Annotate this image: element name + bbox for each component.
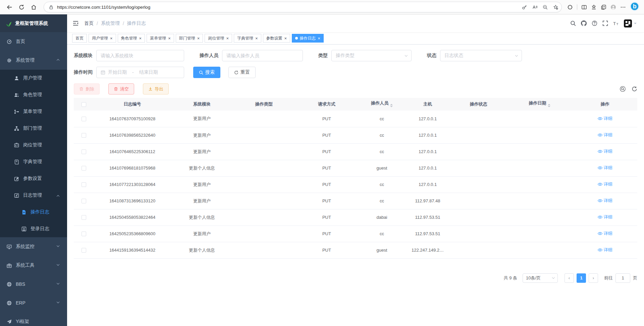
col-operator[interactable]: 操作人员 [359, 98, 405, 111]
favorites-icon[interactable] [591, 4, 597, 10]
sidebar-item-param-settings[interactable]: 参数设置 [0, 170, 67, 187]
sidebar-item-log-mgmt[interactable]: 日志管理 [0, 187, 67, 204]
clear-button[interactable]: 清空 [108, 83, 134, 94]
more-options-icon[interactable] [620, 4, 626, 10]
row-checkbox[interactable] [82, 215, 86, 220]
goto-page-input[interactable] [615, 273, 630, 283]
sidebar-item-post-mgmt[interactable]: 岗位管理 [0, 137, 67, 153]
sidebar-item-system-mgmt[interactable]: 系统管理 [0, 51, 67, 70]
sidebar-item-oper-log[interactable]: 操作日志 [0, 204, 67, 220]
tab-param-settings[interactable]: 参数设置× [263, 34, 290, 43]
breadcrumb-item[interactable]: 首页 [84, 20, 94, 26]
module-input[interactable] [96, 50, 184, 61]
detail-link[interactable]: 详细 [598, 181, 612, 187]
collections-icon[interactable] [601, 4, 606, 10]
sidebar-item-yi-framework[interactable]: Yi框架 [0, 312, 67, 326]
sidebar-item-role-mgmt[interactable]: 角色管理 [0, 86, 67, 103]
detail-link[interactable]: 详细 [598, 165, 612, 171]
page-number-1[interactable]: 1 [577, 273, 586, 283]
browser-back-button[interactable] [3, 1, 15, 13]
search-icon[interactable] [570, 20, 576, 26]
sidebar-item-system-monitor[interactable]: 系统监控 [0, 237, 67, 256]
tab-dict-mgmt[interactable]: 字典管理× [234, 34, 261, 43]
refresh-table-icon[interactable] [632, 86, 637, 92]
close-icon[interactable]: × [318, 36, 320, 41]
detail-link[interactable]: 详细 [598, 247, 612, 253]
address-bar[interactable]: https://ccnetcore.com:1101/system/log/op… [44, 2, 562, 12]
sidebar-item-menu-mgmt[interactable]: 菜单管理 [0, 103, 67, 120]
detail-link[interactable]: 详细 [598, 148, 612, 154]
row-checkbox[interactable] [82, 232, 86, 236]
sort-carets-icon[interactable] [390, 103, 393, 109]
read-aloud-icon[interactable] [532, 5, 537, 10]
row-checkbox[interactable] [82, 248, 86, 253]
tab-menu-mgmt[interactable]: 菜单管理× [147, 34, 174, 43]
toggle-search-icon[interactable] [620, 86, 626, 92]
next-page-button[interactable]: › [589, 273, 598, 283]
row-checkbox[interactable] [82, 149, 86, 154]
lock-icon [49, 5, 54, 10]
close-icon[interactable]: × [110, 36, 113, 41]
tab-oper-log[interactable]: 操作日志× [292, 34, 324, 43]
sort-carets-icon[interactable] [548, 103, 550, 109]
sidebar-item-user-mgmt[interactable]: 用户管理 [0, 70, 67, 86]
row-checkbox[interactable] [82, 166, 86, 171]
close-icon[interactable]: × [168, 36, 171, 41]
operator-input[interactable] [222, 50, 303, 61]
user-menu[interactable] [624, 19, 637, 27]
export-button[interactable]: 导出 [143, 83, 169, 94]
tab-user-mgmt[interactable]: 用户管理× [89, 34, 116, 43]
row-checkbox[interactable] [82, 117, 86, 121]
status-select[interactable]: 日志状态 [440, 50, 522, 61]
tab-dept-mgmt[interactable]: 部门管理× [176, 34, 203, 43]
help-icon[interactable] [592, 20, 597, 26]
close-icon[interactable]: × [197, 36, 200, 41]
tab-home[interactable]: 首页 [72, 34, 87, 43]
sidebar-item-erp[interactable]: ERP [0, 294, 67, 312]
hamburger-icon[interactable] [72, 20, 79, 26]
sidebar-item-home[interactable]: 首页 [0, 32, 67, 51]
font-size-icon[interactable]: TT [613, 20, 619, 26]
row-checkbox[interactable] [82, 133, 86, 138]
row-checkbox[interactable] [82, 199, 86, 203]
extensions-icon[interactable] [567, 4, 573, 10]
fullscreen-icon[interactable] [602, 20, 608, 26]
chevron-down-icon [57, 263, 60, 266]
reset-button[interactable]: 重置 [228, 67, 256, 78]
sidebar-item-system-tools[interactable]: 系统工具 [0, 256, 67, 275]
close-icon[interactable]: × [139, 36, 142, 41]
col-date[interactable]: 操作日期 [506, 98, 573, 111]
browser-refresh-button[interactable] [15, 1, 28, 13]
close-icon[interactable]: × [255, 36, 258, 41]
select-all-checkbox[interactable] [82, 102, 86, 107]
type-select[interactable]: 操作类型 [331, 50, 412, 61]
sidebar-item-dept-mgmt[interactable]: 部门管理 [0, 120, 67, 137]
row-checkbox[interactable] [82, 182, 86, 187]
split-screen-icon[interactable] [581, 4, 587, 10]
password-key-icon[interactable] [522, 5, 527, 10]
close-icon[interactable]: × [226, 36, 229, 41]
zoom-out-icon[interactable] [543, 5, 548, 10]
tab-role-mgmt[interactable]: 角色管理× [118, 34, 145, 43]
sidebar-item-login-log[interactable]: 登录日志 [0, 220, 67, 237]
close-icon[interactable]: × [284, 36, 287, 41]
detail-link[interactable]: 详细 [598, 116, 612, 122]
sidebar-item-dict-mgmt[interactable]: 字典管理 [0, 153, 67, 170]
page-size-select[interactable]: 10条/页 [523, 273, 558, 283]
add-favorite-icon[interactable] [553, 5, 558, 10]
detail-link[interactable]: 详细 [598, 214, 612, 220]
url-text[interactable]: https://ccnetcore.com:1101/system/log/op… [57, 5, 522, 10]
date-range-picker[interactable]: 开始日期 - 结束日期 [96, 67, 184, 78]
github-icon[interactable] [581, 20, 587, 26]
bing-discover-icon[interactable]: b [630, 2, 639, 11]
browser-profile-avatar[interactable] [610, 4, 616, 10]
detail-link[interactable]: 详细 [598, 198, 612, 204]
prev-page-button[interactable]: ‹ [565, 273, 574, 283]
browser-home-button[interactable] [28, 1, 40, 13]
detail-link[interactable]: 详细 [598, 231, 612, 237]
delete-button[interactable]: 删除 [74, 83, 100, 94]
detail-link[interactable]: 详细 [598, 132, 612, 138]
sidebar-item-bbs[interactable]: BBS [0, 275, 67, 294]
search-button[interactable]: 搜索 [193, 67, 220, 78]
tab-post-mgmt[interactable]: 岗位管理× [205, 34, 232, 43]
